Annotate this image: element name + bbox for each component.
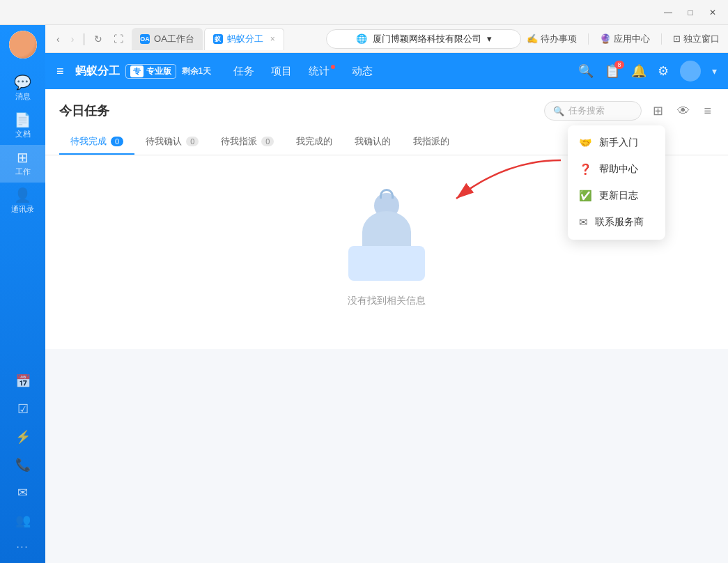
maximize-button[interactable]: □ (681, 6, 700, 20)
window-action[interactable]: ⊡ 独立窗口 (673, 33, 720, 45)
address-dropdown-icon: ▾ (487, 33, 492, 44)
tab-pending-confirm-label: 待我确认 (146, 135, 182, 148)
page-actions: 🔍 任务搜索 ⊞ 👁 ≡ (544, 100, 714, 121)
refresh-button[interactable]: ↻ (91, 31, 105, 47)
filter-button[interactable]: ≡ (701, 101, 714, 121)
expand-button[interactable]: ⛶ (111, 31, 126, 47)
calendar-icon: 📅 (15, 373, 31, 389)
grid-view-button[interactable]: ⊞ (650, 100, 666, 121)
header-avatar[interactable] (680, 61, 701, 82)
titlebar-controls: — □ ✕ (658, 6, 722, 20)
avatar[interactable] (9, 31, 37, 59)
top-right-actions: ✍ 待办事项 🔮 应用中心 ⊡ 独立窗口 (527, 33, 720, 45)
tab-pending-assign-label: 待我指派 (221, 135, 257, 148)
forward-button[interactable]: › (68, 31, 77, 47)
sidebar-bottom-flash[interactable]: ⚡ (0, 424, 45, 450)
sidebar: 💬 消息 📄 文档 ⊞ 工作 👤 通讯录 📅 ☑ (0, 25, 45, 563)
header-right: 🔍 📋 8 🔔 ⚙ ▾ (578, 61, 717, 82)
sidebar-bottom-more[interactable]: ··· (0, 535, 45, 557)
sidebar-bottom-mail[interactable]: ✉ (0, 479, 45, 506)
sidebar-item-docs[interactable]: 📄 文档 (0, 107, 45, 145)
dropdown-newbie[interactable]: 🤝 新手入门 (568, 130, 665, 156)
tab-pending-complete[interactable]: 待我完成 0 (59, 130, 134, 155)
nav-stats[interactable]: 统计 (309, 62, 335, 81)
page-title-row: 今日任务 🔍 任务搜索 ⊞ 👁 ≡ (59, 100, 714, 121)
minimize-button[interactable]: — (658, 6, 678, 20)
stats-dot (331, 65, 335, 69)
sidebar-item-messages[interactable]: 💬 消息 (0, 70, 45, 107)
tab-my-complete[interactable]: 我完成的 (285, 130, 343, 155)
sidebar-item-label-docs: 文档 (15, 129, 31, 139)
tab-pending-assign[interactable]: 待我指派 0 (210, 130, 285, 155)
tab-active-icon: 蚁 (213, 34, 223, 44)
message-icon: 💬 (14, 75, 31, 89)
eye-view-button[interactable]: 👁 (674, 101, 692, 121)
hamburger-icon[interactable]: ≡ (56, 64, 64, 79)
pending-action[interactable]: ✍ 待办事项 (527, 33, 577, 45)
tab-my-confirm[interactable]: 我确认的 (343, 130, 402, 155)
tab-pending-confirm[interactable]: 待我确认 0 (134, 130, 210, 155)
app-nav: 任务 项目 统计 动态 (233, 62, 373, 81)
tab-my-assign[interactable]: 我指派的 (402, 130, 460, 155)
settings-icon[interactable]: ⚙ (658, 63, 669, 79)
search-box-icon: 🔍 (553, 106, 564, 116)
dropdown-newbie-label: 新手入门 (599, 137, 638, 149)
sidebar-bottom-check[interactable]: ☑ (0, 396, 45, 422)
back-button[interactable]: ‹ (54, 31, 63, 47)
content-area: ‹ › | ↻ ⛶ OA OA工作台 蚁 蚂蚁分工 × 🌐 厦门博颖网络科技有限… (45, 25, 728, 563)
sidebar-bottom: 📅 ☑ ⚡ 📞 ✉ 👥 ··· (0, 368, 45, 563)
sidebar-item-contacts[interactable]: 👤 通讯录 (0, 183, 45, 220)
bell-icon[interactable]: 🔔 (631, 63, 646, 79)
tab-pending-complete-count: 0 (111, 137, 123, 146)
app-header: ≡ 蚂蚁分工 专 专业版 剩余1天 任务 项目 统计 动态 🔍 (45, 53, 728, 89)
address-bar[interactable]: 🌐 厦门博颖网络科技有限公司 ▾ (326, 29, 521, 49)
dropdown-contact[interactable]: ✉ 联系服务商 (568, 209, 665, 236)
contacts-icon: 👤 (14, 188, 31, 202)
appstore-action[interactable]: 🔮 应用中心 (600, 33, 650, 45)
nav-dynamic[interactable]: 动态 (352, 62, 373, 81)
sidebar-bottom-group[interactable]: 👥 (0, 507, 45, 534)
empty-base (348, 246, 425, 281)
calendar-badge-icon[interactable]: 📋 8 (605, 63, 620, 79)
dropdown-contact-label: 联系服务商 (595, 216, 644, 229)
tab-close-button[interactable]: × (270, 34, 275, 44)
avatar-image (9, 31, 37, 59)
appstore-icon: 🔮 (600, 33, 611, 44)
search-icon[interactable]: 🔍 (578, 63, 594, 79)
window-icon: ⊡ (673, 33, 681, 44)
check-icon: ☑ (17, 401, 29, 417)
dropdown-changelog[interactable]: ✅ 更新日志 (568, 183, 665, 209)
sidebar-item-work[interactable]: ⊞ 工作 (0, 145, 45, 183)
pro-label: 专业版 (146, 65, 171, 77)
nav-task[interactable]: 任务 (233, 62, 254, 81)
tab-my-complete-label: 我完成的 (296, 135, 332, 148)
user-dropdown-icon[interactable]: ▾ (712, 65, 717, 77)
empty-antenna (380, 189, 394, 199)
phone-icon: 📞 (15, 457, 31, 472)
dropdown-help[interactable]: ❓ 帮助中心 (568, 156, 665, 183)
tab-pending-confirm-count: 0 (186, 137, 199, 146)
divider-1 (588, 33, 589, 45)
tab-oa[interactable]: OA OA工作台 (132, 28, 203, 50)
task-search-box[interactable]: 🔍 任务搜索 (544, 101, 642, 121)
sidebar-bottom-phone[interactable]: 📞 (0, 452, 45, 478)
newbie-icon: 🤝 (579, 137, 592, 149)
sidebar-item-label-work: 工作 (15, 167, 31, 177)
pending-icon: ✍ (527, 33, 538, 44)
docs-icon: 📄 (14, 113, 31, 127)
sidebar-item-label-contacts: 通讯录 (11, 204, 34, 215)
address-icon: 🌐 (356, 33, 367, 44)
nav-project[interactable]: 项目 (271, 62, 292, 81)
divider-2 (661, 33, 662, 45)
sidebar-bottom-calendar[interactable]: 📅 (0, 368, 45, 394)
pro-badge: 专 (130, 65, 144, 77)
address-text: 厦门博颖网络科技有限公司 (373, 33, 481, 45)
pro-badge-container: 专 专业版 (125, 64, 176, 79)
window-label: 独立窗口 (683, 33, 720, 45)
browser-bar: ‹ › | ↻ ⛶ OA OA工作台 蚁 蚂蚁分工 × 🌐 厦门博颖网络科技有限… (45, 25, 728, 53)
search-placeholder: 任务搜索 (568, 105, 605, 117)
sidebar-nav: 💬 消息 📄 文档 ⊞ 工作 👤 通讯录 (0, 70, 45, 220)
expire-text: 剩余1天 (182, 65, 212, 77)
tab-active[interactable]: 蚁 蚂蚁分工 × (204, 28, 284, 50)
close-button[interactable]: ✕ (703, 6, 722, 20)
